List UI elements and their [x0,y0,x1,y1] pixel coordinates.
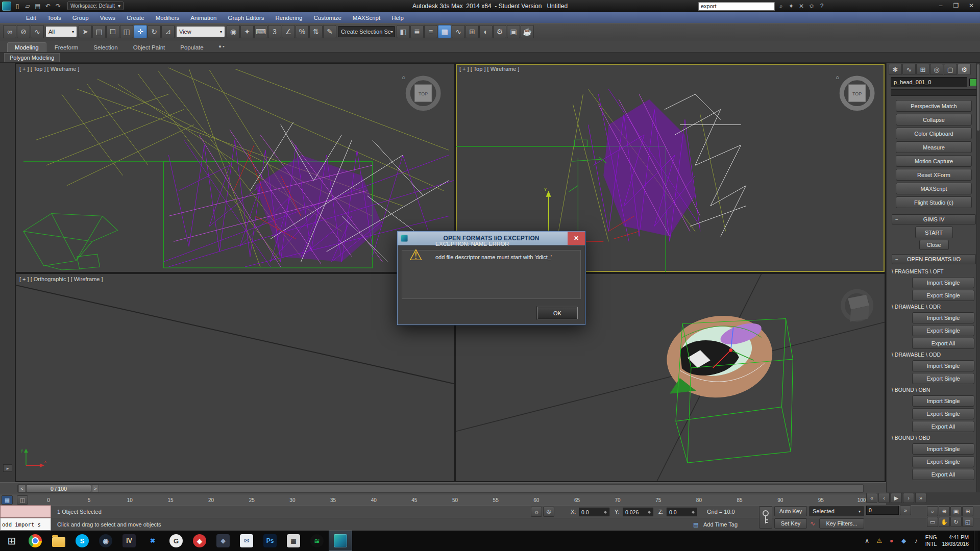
viewport-label[interactable]: [ + ] [ Top ] [ Wireframe ] [19,66,79,72]
next-frame-arrow[interactable]: > [92,485,99,492]
gta-iv-icon[interactable]: IV [117,531,141,551]
modifier-stack-collapsed[interactable] [891,89,977,96]
sign-in-icon[interactable]: ✦ [786,2,796,11]
ok-button[interactable]: OK [537,307,578,319]
previous-frame-button[interactable]: ‹ [878,493,890,503]
viewport-bottom-left[interactable]: [ + ] [ Orthographic ] [ Wireframe ] x y [15,273,454,482]
next-frame-button[interactable]: › [903,493,914,503]
ribbon-tab-selection[interactable]: Selection [86,43,125,52]
next-key-button[interactable]: » [900,505,911,515]
previous-frame-arrow[interactable]: < [18,485,26,492]
undo-icon[interactable]: ↶ [43,2,53,11]
x-coordinate-field[interactable]: 0.0 [579,508,609,516]
object-name-field[interactable]: p_head_001_0 [891,77,967,87]
go-to-start-button[interactable]: « [866,493,877,503]
menu-item-graph-editors[interactable]: Graph Editors [222,12,270,23]
format-button-export-single[interactable]: Export Single [912,408,974,419]
add-time-tag[interactable]: Add Time Tag [703,521,738,528]
open-formats-rollout-header[interactable]: − OPEN FORMATS I/O [892,254,976,264]
spotify-icon[interactable]: ≋ [305,531,329,551]
auto-key-button[interactable]: Auto Key [774,506,807,516]
object-color-swatch[interactable] [969,79,977,86]
keyboard-override-icon[interactable]: ⌨ [254,25,267,38]
gims-close-button[interactable]: Close [919,240,949,250]
search-icon[interactable]: ⌕ [776,2,786,11]
language-indicator[interactable]: ENG INTL [925,534,937,547]
dark-app-icon[interactable]: ◆ [211,531,235,551]
red-app-icon[interactable]: ◈ [188,531,211,551]
menu-item-edit[interactable]: Edit [20,12,42,23]
ribbon-tab-freeform[interactable]: Freeform [47,43,86,52]
viewport-tabs-arrow[interactable]: ▸ [3,464,12,472]
collapse-icon[interactable]: − [895,257,898,262]
mail-app-icon[interactable]: ✉ [235,531,258,551]
format-button-export-single[interactable]: Export Single [912,456,974,467]
utility-button-maxscript[interactable]: MAXScript [896,183,972,194]
format-button-export-all[interactable]: Export All [912,469,974,480]
viewport-label[interactable]: [ + ] [ Top ] [ Wireframe ] [459,66,519,72]
maxscript-listener-line[interactable]: odd import s [0,518,51,531]
menu-item-views[interactable]: Views [94,12,121,23]
calculator-icon[interactable]: ▦ [282,531,305,551]
key-filters-curve-icon[interactable]: ∿ [810,520,815,527]
time-slider-track[interactable]: < 0 / 100 > [17,484,864,493]
edit-named-selections-icon[interactable]: ✎ [323,25,336,38]
favorites-icon[interactable]: ✩ [806,2,817,11]
gims-icon[interactable]: G [164,531,188,551]
app-logo-icon[interactable] [2,2,11,11]
utility-button-color-clipboard[interactable]: Color Clipboard [896,128,972,139]
curve-editor-icon[interactable]: ∿ [452,25,465,38]
utilities-tab-icon[interactable]: ⚙ [958,64,971,75]
help-icon[interactable]: ? [817,2,827,11]
menu-item-tools[interactable]: Tools [42,12,67,23]
select-and-move-icon[interactable]: ✛ [134,25,147,38]
utility-button-collapse[interactable]: Collapse [896,114,972,126]
select-and-scale-icon[interactable]: ⊿ [161,25,175,38]
exchange-icon[interactable]: ✕ [796,2,806,11]
zoom-all-icon[interactable]: ⊕ [939,506,950,516]
isolate-toggle-icon[interactable]: ☼ [531,507,542,517]
menu-item-rendering[interactable]: Rendering [270,12,308,23]
rendered-frame-icon[interactable]: ▣ [507,25,520,38]
utility-button-motion-capture[interactable]: Motion Capture [896,155,972,167]
reference-coordsys-dropdown[interactable]: View▾ [176,26,225,37]
x-spinner[interactable] [604,509,607,515]
format-button-export-single[interactable]: Export Single [912,373,974,384]
clock[interactable]: 4:41 PM 18/03/2016 [942,534,969,547]
select-object-icon[interactable]: ➤ [79,25,92,38]
menu-item-maxscript[interactable]: MAXScript [347,12,386,23]
chrome-icon[interactable] [23,531,47,551]
render-setup-icon[interactable]: ⚙ [493,25,506,38]
select-and-manipulate-icon[interactable]: ✦ [240,25,254,38]
zoom-region-icon[interactable]: ▭ [927,517,938,527]
named-selection-dropdown[interactable]: Create Selection Se▾ [338,26,395,37]
save-file-icon[interactable]: ▤ [33,2,43,11]
workspace-dropdown[interactable]: Workspace: Default ▾ [67,2,124,10]
align-icon[interactable]: ≣ [410,25,424,38]
unlink-selection-icon[interactable]: ⊘ [17,25,30,38]
motion-tab-icon[interactable]: ◎ [930,64,943,75]
format-button-import-single[interactable]: Import Single [912,277,974,288]
viewcube-top-label[interactable]: TOP [852,91,862,96]
viewcube[interactable]: ⌂ TOP [836,74,872,109]
show-desktop-button[interactable] [974,531,978,551]
format-button-export-single[interactable]: Export Single [912,325,974,336]
format-button-import-single[interactable]: Import Single [912,443,974,455]
schematic-view-icon[interactable]: ⊞ [465,25,479,38]
time-configuration-icon[interactable]: ◫ [17,495,28,505]
mirror-icon[interactable]: ◧ [397,25,410,38]
tray-volume-icon[interactable]: ♪ [912,537,920,544]
y-spinner[interactable] [648,509,651,515]
layer-manager-icon[interactable]: ≡ [424,25,437,38]
key-filters-button[interactable]: Key Filters... [819,518,864,529]
select-and-rotate-icon[interactable]: ↻ [148,25,161,38]
orbit-icon[interactable]: ↻ [950,517,962,527]
tray-expand-icon[interactable]: ∧ [863,537,871,544]
tray-app-icon[interactable]: ◆ [900,537,908,544]
panel-scrollbar[interactable] [976,63,980,492]
track-bar[interactable]: ▦◫ 0510152025303540455055606570758085909… [0,494,886,505]
viewcube-dim[interactable] [843,291,871,322]
go-to-end-button[interactable]: » [915,493,926,503]
select-and-link-icon[interactable]: ∞ [3,25,16,38]
play-button[interactable]: ▶ [891,493,902,503]
